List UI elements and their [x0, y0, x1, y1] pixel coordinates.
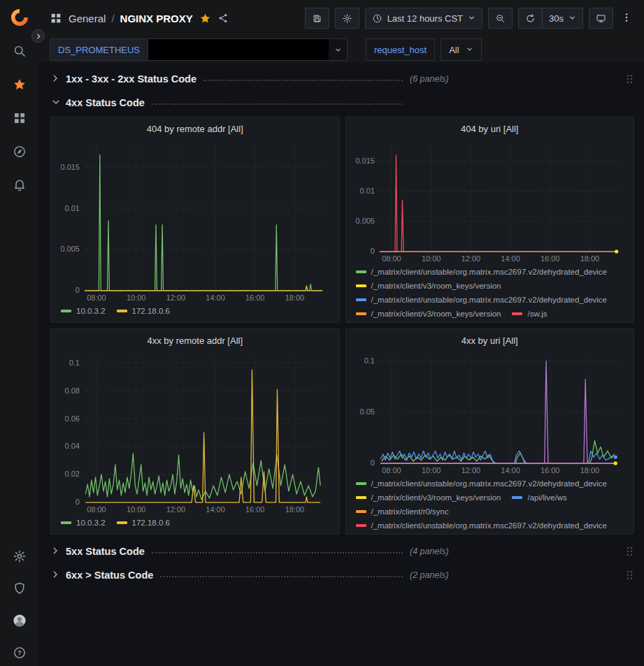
main-area: General / NGINX PROXY Last 12 hours — [38, 0, 644, 666]
row-title: 4xx Status Code — [66, 97, 145, 108]
refresh-icon — [525, 13, 536, 24]
legend-item[interactable]: /_matrix/client/v3/room_keys/version — [356, 491, 501, 505]
row-title: 6xx > Status Code — [66, 570, 153, 581]
time-range-picker[interactable]: Last 12 hours CST — [365, 8, 482, 29]
legend-item[interactable]: /_matrix/client/v3/room_keys/version — [356, 279, 501, 293]
svg-text:14:00: 14:00 — [206, 294, 224, 302]
panel-grid: 404 by remote addr [All] 00.0050.010.015… — [50, 117, 634, 535]
dashboard-panel: 404 by uri [All] 00.0050.010.01508:0010:… — [345, 117, 635, 323]
topbar: General / NGINX PROXY Last 12 hours — [38, 0, 644, 36]
legend-item[interactable]: 10.0.3.2 — [61, 304, 106, 318]
save-dashboard-button[interactable] — [305, 8, 329, 29]
chart-plot: 00.0050.010.01508:0010:0012:0014:0016:00… — [57, 137, 334, 303]
explore-compass-icon[interactable] — [12, 144, 27, 159]
chevron-down-icon — [568, 13, 576, 24]
breadcrumb-general-link[interactable]: General — [69, 13, 106, 24]
legend-series-name: /_matrix/client/v3/room_keys/version — [371, 307, 501, 318]
legend-series-name: /_matrix/client/unstable/org.matrix.msc2… — [371, 293, 608, 307]
variable-ds-prometheus-select[interactable] — [148, 38, 348, 61]
starred-dashboards-icon[interactable] — [12, 77, 27, 92]
legend-item[interactable]: /_matrix/client/unstable/org.matrix.msc2… — [356, 265, 608, 279]
search-icon[interactable] — [12, 43, 27, 59]
variable-request-host-label[interactable]: request_host — [366, 38, 435, 61]
svg-text:08:00: 08:00 — [382, 466, 401, 475]
legend-item[interactable]: 172.18.0.6 — [117, 516, 170, 530]
legend-item[interactable]: /api/live/ws — [512, 491, 566, 505]
clock-icon — [372, 13, 382, 24]
help-icon[interactable]: ? — [12, 645, 27, 660]
timeseries-chart[interactable]: 00.0050.010.01508:0010:0012:0014:0016:00… — [352, 137, 629, 263]
timeseries-chart[interactable]: 00.020.040.060.080.108:0010:0012:0014:00… — [57, 349, 334, 514]
legend-item[interactable]: /sw.js — [512, 307, 547, 318]
tv-mode-button[interactable] — [589, 8, 613, 29]
row-drag-handle[interactable] — [625, 73, 634, 85]
svg-text:0: 0 — [76, 286, 80, 294]
legend-item[interactable]: 172.18.0.6 — [117, 304, 170, 318]
row-4xx[interactable]: 4xx Status Code — [50, 93, 634, 112]
row-panel-count: (4 panels) — [410, 546, 449, 556]
svg-text:12:00: 12:00 — [166, 505, 185, 514]
chart-plot: 00.0050.010.01508:0010:0012:0014:0016:00… — [352, 137, 629, 263]
refresh-button[interactable] — [518, 8, 542, 29]
more-options-kebab[interactable] — [619, 12, 634, 25]
legend-item[interactable]: /_matrix/client/unstable/org.matrix.msc2… — [356, 477, 608, 491]
legend-item[interactable]: /_matrix/client/v3/room_keys/version — [356, 307, 501, 318]
security-shield-icon[interactable] — [12, 581, 27, 596]
chevron-right-icon — [50, 546, 61, 556]
svg-text:0.005: 0.005 — [355, 217, 374, 225]
row-1xx-3xx-2xx[interactable]: 1xx - 3xx - 2xx Status Code (6 panels) — [50, 69, 634, 88]
sidebar-expand-button[interactable] — [31, 29, 45, 43]
legend-item[interactable]: 10.0.3.2 — [61, 516, 106, 530]
row-5xx[interactable]: 5xx Status Code (4 panels) — [50, 542, 634, 560]
legend-series-swatch — [356, 482, 366, 485]
variable-ds-prometheus-label[interactable]: DS_PROMETHEUS — [50, 38, 148, 61]
dashboard-title[interactable]: NGINX PROXY — [120, 13, 193, 24]
row-drag-handle[interactable] — [625, 545, 634, 558]
favorite-star-icon[interactable] — [199, 13, 211, 24]
server-admin-gear-icon[interactable] — [12, 549, 27, 564]
alerting-bell-icon[interactable] — [12, 178, 27, 193]
legend-item[interactable]: /_matrix/client/r0/sync — [356, 505, 449, 519]
panel-title[interactable]: 4xx by uri [All] — [352, 333, 629, 349]
row-6xx[interactable]: 6xx > Status Code (2 panels) — [50, 565, 634, 584]
chevron-right-icon — [50, 73, 61, 84]
panel-title[interactable]: 404 by remote addr [All] — [57, 122, 334, 137]
panel-title[interactable]: 404 by uri [All] — [352, 122, 629, 137]
zoom-out-button[interactable] — [488, 8, 513, 29]
grafana-logo[interactable] — [9, 7, 30, 28]
svg-text:10:00: 10:00 — [127, 505, 145, 514]
timeseries-chart[interactable]: 00.0050.010.01508:0010:0012:0014:0016:00… — [57, 137, 334, 303]
variable-ds-prometheus-value — [148, 39, 329, 60]
svg-text:0.02: 0.02 — [65, 470, 80, 478]
legend-series-name: /sw.js — [527, 307, 547, 318]
dashboards-icon[interactable] — [12, 110, 27, 126]
refresh-interval-dropdown[interactable]: 30s — [542, 8, 583, 29]
share-icon[interactable] — [217, 13, 229, 24]
refresh-interval-label: 30s — [549, 13, 564, 24]
gear-icon — [342, 13, 352, 24]
chevron-down-icon — [468, 13, 475, 24]
apps-grid-icon[interactable] — [50, 12, 62, 24]
svg-text:16:00: 16:00 — [245, 294, 264, 302]
svg-text:12:00: 12:00 — [461, 466, 480, 475]
svg-text:0.04: 0.04 — [65, 442, 80, 450]
chevron-right-icon — [50, 570, 61, 580]
row-drag-handle[interactable] — [625, 569, 634, 581]
chevron-down-icon — [466, 45, 473, 55]
legend-item[interactable]: /_matrix/client/unstable/org.matrix.msc2… — [356, 519, 608, 530]
legend-item[interactable]: /_matrix/client/unstable/org.matrix.msc2… — [356, 293, 608, 307]
variable-request-host-select[interactable]: All — [441, 38, 481, 61]
panel-title[interactable]: 4xx by remote addr [All] — [57, 333, 334, 349]
sidebar: ? — [0, 0, 38, 666]
svg-text:0: 0 — [76, 498, 80, 506]
chart-plot: 00.020.040.060.080.108:0010:0012:0014:00… — [57, 349, 334, 514]
legend-series-name: 172.18.0.6 — [132, 516, 170, 530]
svg-text:0.015: 0.015 — [355, 157, 374, 165]
timeseries-chart[interactable]: 00.050.108:0010:0012:0014:0016:0018:00 — [352, 349, 629, 475]
legend-series-name: /_matrix/client/unstable/org.matrix.msc2… — [371, 265, 608, 279]
user-avatar[interactable] — [12, 613, 27, 628]
legend-series-name: 10.0.3.2 — [76, 304, 106, 318]
dashboard-panel: 4xx by uri [All] 00.050.108:0010:0012:00… — [345, 328, 635, 535]
row-leader-dots — [152, 549, 403, 553]
dashboard-settings-button[interactable] — [335, 8, 359, 29]
